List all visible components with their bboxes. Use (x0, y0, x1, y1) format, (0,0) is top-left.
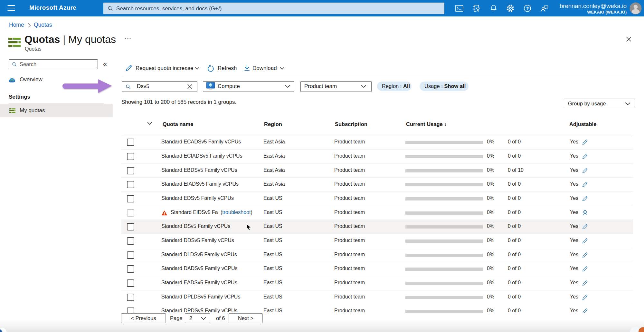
svg-text:?: ? (526, 6, 529, 11)
